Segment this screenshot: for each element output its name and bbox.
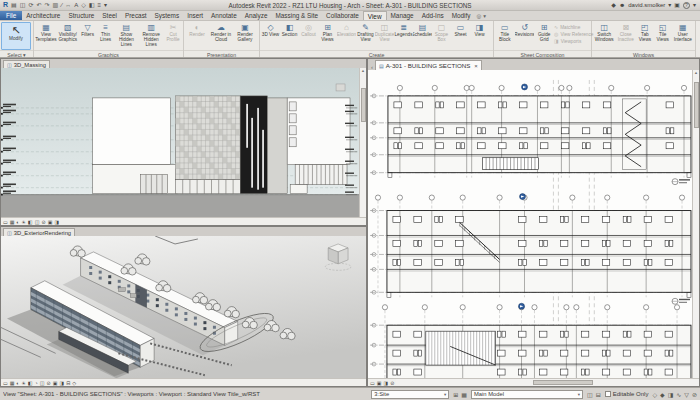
aligned-dimension-icon[interactable]: ↔ <box>65 2 71 8</box>
massing-canvas[interactable] <box>1 68 359 217</box>
ribbon-collapse-icon[interactable]: ▾ <box>483 13 486 19</box>
tab-file[interactable]: File <box>0 11 22 20</box>
tile-views-button[interactable]: ◱Tile Views <box>654 22 672 50</box>
design-option-dropdown[interactable]: Main Model▾ <box>471 390 583 399</box>
view-button[interactable]: ◨View <box>470 22 489 50</box>
design-options-dialog-icon[interactable]: ◫ <box>587 391 593 398</box>
reveal-hidden-elements-icon[interactable]: ◨ <box>59 380 64 386</box>
close-inactive-button[interactable]: ⊠Close Inactive <box>615 22 636 50</box>
thin-lines-button[interactable]: ≡Thin Lines <box>97 22 115 50</box>
selection-count-icon[interactable]: ⊘ <box>692 391 697 398</box>
tab-add-ins[interactable]: Add-Ins <box>418 11 448 20</box>
cut-profile-button[interactable]: ✂Cut Profile <box>164 22 182 50</box>
tab-analyze[interactable]: Analyze <box>241 11 272 20</box>
section-button[interactable]: ◧Section <box>280 22 299 50</box>
3d-view-button[interactable]: ◇3D View <box>261 22 280 50</box>
exclude-options-icon[interactable]: ⊟ <box>596 391 601 398</box>
locked-3d-view-icon[interactable]: ⊟ <box>66 380 70 386</box>
visual-style-icon[interactable]: ◐ <box>16 380 19 386</box>
callout-button[interactable]: ◎Callout <box>299 22 318 50</box>
user-interface-button[interactable]: ▦User Interface <box>672 22 694 50</box>
shadows-icon[interactable]: ◧ <box>28 380 33 386</box>
editable-only-checkbox[interactable]: Editable Only <box>605 391 649 397</box>
tab-systems[interactable]: Systems <box>151 11 184 20</box>
scale-icon[interactable]: ▭ <box>370 380 375 386</box>
save-icon[interactable]: ◫ <box>20 2 26 8</box>
show-hidden-lines-button[interactable]: ▤Show Hidden Lines <box>114 22 138 50</box>
sheet-canvas[interactable] <box>368 70 692 378</box>
visual-style-icon[interactable]: ◐ <box>16 219 19 225</box>
user-dropdown-icon[interactable]: ▾ <box>668 2 671 8</box>
tab-massing-site[interactable]: Massing & Site <box>271 11 322 20</box>
remove-hidden-lines-button[interactable]: ▥Remove Hidden Lines <box>138 22 164 50</box>
reveal-hidden-elements-icon[interactable]: ◨ <box>383 380 388 386</box>
close-tab-icon[interactable]: × <box>474 63 478 69</box>
tab-annotate[interactable]: Annotate <box>207 11 241 20</box>
tab-architecture[interactable]: Architecture <box>22 11 64 20</box>
sun-path-icon[interactable]: ☀ <box>22 380 26 386</box>
sign-in-icon[interactable]: ☻ <box>619 2 625 8</box>
text-icon[interactable]: A <box>74 2 78 8</box>
sheet-horizontal-scrollbar[interactable] <box>396 379 699 386</box>
shadows-icon[interactable]: ◧ <box>28 219 33 225</box>
tab-views-button[interactable]: ◰Tab Views <box>636 22 654 50</box>
open-icon[interactable]: ▤ <box>11 2 17 8</box>
temporary-hide-isolate-icon[interactable]: ▣ <box>48 219 53 225</box>
sync-with-central-icon[interactable]: ⟳ <box>28 2 33 8</box>
temporary-hide-isolate-icon[interactable]: ▣ <box>377 380 382 386</box>
active-workset-dropdown[interactable]: 3:Site▾ <box>371 390 449 399</box>
switch-windows-button[interactable]: ◫Switch Windows <box>593 22 615 50</box>
tab-sheet-a301[interactable]: ▤ A-301 - BUILDING SECTIONS × <box>375 60 482 70</box>
render-gallery-button[interactable]: ▣Render Gallery <box>233 22 257 50</box>
scope-box-button[interactable]: ▢Scope Box <box>432 22 451 50</box>
scale-icon[interactable]: ▭ <box>3 219 8 225</box>
modify-button[interactable]: ↖Modify <box>1 22 31 50</box>
sun-path-icon[interactable]: ☀ <box>22 219 26 225</box>
app-store-icon[interactable]: ▣ <box>674 2 680 8</box>
drag-on-selection-icon[interactable]: ∿ <box>676 391 681 398</box>
filters-button[interactable]: ▽Filters <box>79 22 97 50</box>
filter-icon[interactable]: ▽ <box>684 391 689 398</box>
render-icon[interactable]: ◔ <box>35 380 38 386</box>
print-icon[interactable]: ▥ <box>53 2 59 8</box>
schedules-button[interactable]: ▤Schedules <box>413 22 432 50</box>
tab-manage[interactable]: Manage <box>387 11 418 20</box>
temporary-hide-isolate-icon[interactable]: ▣ <box>53 380 58 386</box>
crop-region-visibility-icon[interactable]: ⊘ <box>46 380 50 386</box>
matchline-button[interactable]: ∿Matchline <box>554 24 590 30</box>
drafting-view-button[interactable]: ✎Drafting View <box>356 22 375 50</box>
displacement-icon[interactable]: ◇ <box>72 380 76 386</box>
sheet-button[interactable]: ▭Sheet <box>451 22 470 50</box>
ribbon-options-icon[interactable]: ◎ <box>476 13 481 19</box>
tab-view[interactable]: View <box>363 11 387 20</box>
tab-precast[interactable]: Precast <box>121 11 151 20</box>
signed-in-user[interactable]: david.smolker <box>628 2 665 8</box>
revisions-button[interactable]: ↺Revisions <box>515 22 535 50</box>
default-3d-view-icon[interactable]: ◇ <box>81 2 86 8</box>
duplicate-view-button[interactable]: ◫Duplicate View <box>375 22 394 50</box>
sheet-vertical-scrollbar[interactable]: ▲ <box>692 70 699 378</box>
rendering-canvas[interactable] <box>1 236 366 378</box>
reveal-constraints-icon[interactable]: ⊘ <box>390 380 394 386</box>
render-button[interactable]: ◐Render <box>185 22 209 50</box>
tab-collaborate[interactable]: Collaborate <box>322 11 363 20</box>
select-pinned-icon[interactable]: ◆ <box>660 391 665 398</box>
gray-inactive-worksets-icon[interactable]: ▦ <box>461 391 467 398</box>
title-block-button[interactable]: ▭Title Block <box>495 22 515 50</box>
help-dropdown-icon[interactable]: ▾ <box>693 2 696 8</box>
customize-qat-icon[interactable]: ▾ <box>104 2 107 8</box>
undo-icon[interactable]: ↶ <box>36 2 41 8</box>
view-reference-button[interactable]: ◎View Reference <box>554 31 590 37</box>
massing-vertical-scrollbar[interactable]: ▲ <box>359 68 366 217</box>
scale-icon[interactable]: ▭ <box>3 380 8 386</box>
help-icon[interactable]: ? <box>683 2 690 9</box>
redo-icon[interactable]: ↷ <box>44 2 49 8</box>
tab-insert[interactable]: Insert <box>183 11 207 20</box>
tab-3d-massing[interactable]: ◫ 3D_Massing <box>3 60 50 68</box>
crop-region-visibility-icon[interactable]: ⊘ <box>41 219 45 225</box>
search-icon[interactable]: ◆ <box>611 2 616 8</box>
view-templates-button[interactable]: ▦View Templates <box>35 22 57 50</box>
guide-grid-button[interactable]: ⊞Guide Grid <box>534 22 554 50</box>
worksets-dialog-icon[interactable]: ⊞ <box>453 391 458 398</box>
render-in-cloud-button[interactable]: ☁Render in Cloud <box>209 22 233 50</box>
